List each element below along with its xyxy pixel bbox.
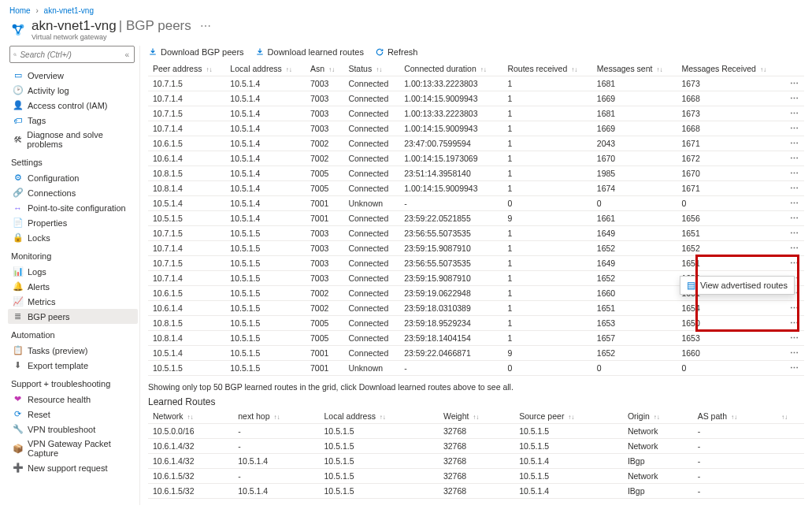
column-header[interactable]: AS path ↑↓ [693, 409, 775, 424]
table-row[interactable]: 10.5.1.410.5.1.47001Unknown-000⋯ [148, 196, 804, 211]
row-more-button[interactable]: ⋯ [783, 166, 804, 181]
table-row[interactable]: 10.7.1.510.5.1.57003Connected23:56:55.50… [148, 226, 804, 241]
column-header[interactable]: Status ↑↓ [343, 61, 399, 76]
table-cell: Unknown [343, 196, 399, 211]
column-header[interactable]: Routes received ↑↓ [502, 61, 591, 76]
column-header[interactable]: Peer address ↑↓ [148, 61, 225, 76]
sidebar-item-locks[interactable]: 🔒Locks [8, 230, 138, 245]
sidebar-item-overview[interactable]: ▭Overview [8, 68, 138, 83]
sidebar-item-logs[interactable]: 📊Logs [8, 264, 138, 279]
table-cell: 10.5.1.4 [225, 166, 306, 181]
table-row[interactable]: 10.8.1.510.5.1.57005Connected23:59:18.95… [148, 316, 804, 331]
row-more-button[interactable]: ⋯ [783, 316, 804, 331]
column-header[interactable]: Weight ↑↓ [439, 409, 514, 424]
table-row[interactable]: 10.7.1.510.5.1.47003Connected1.00:13:33.… [148, 106, 804, 121]
column-header[interactable]: Messages Received ↑↓ [677, 61, 783, 76]
sidebar-item-tags[interactable]: 🏷Tags [8, 113, 138, 128]
table-row[interactable]: 10.5.1.410.5.1.57001Connected23:59:22.04… [148, 346, 804, 361]
row-more-button[interactable]: ⋯ [783, 136, 804, 151]
view-advertised-routes-item[interactable]: View advertised routes [700, 281, 788, 290]
table-row[interactable]: 10.5.1.510.5.1.57001Unknown-000⋯ [148, 361, 804, 376]
sidebar-item-vpn-troubleshoot[interactable]: 🔧VPN troubleshoot [8, 422, 138, 437]
table-row[interactable]: 10.7.1.410.5.1.57003Connected23:59:15.90… [148, 241, 804, 256]
sidebar-item-reset[interactable]: ⟳Reset [8, 407, 138, 422]
sidebar-item-configuration[interactable]: ⚙Configuration [8, 170, 138, 185]
row-more-button[interactable]: ⋯ [783, 301, 804, 316]
sidebar-item-export-template[interactable]: ⬇Export template [8, 358, 138, 373]
sidebar-item-activity-log[interactable]: 🕑Activity log [8, 83, 138, 98]
table-row[interactable]: 10.6.1.410.5.1.57002Connected23:59:18.03… [148, 301, 804, 316]
table-row[interactable]: 10.7.1.410.5.1.47003Connected1.00:14:15.… [148, 91, 804, 106]
overview-icon: ▭ [13, 70, 23, 80]
row-more-button[interactable]: ⋯ [783, 91, 804, 106]
sidebar-item-vpn-gateway-packet-capture[interactable]: 📦VPN Gateway Packet Capture [8, 437, 138, 460]
table-row[interactable]: 10.7.1.510.5.1.47003Connected1.00:13:33.… [148, 76, 804, 91]
column-header[interactable]: Local address ↑↓ [225, 61, 306, 76]
column-header[interactable]: Local address ↑↓ [320, 409, 439, 424]
table-cell: 10.5.1.4 [148, 346, 225, 361]
row-context-menu[interactable]: ▤ View advertised routes [680, 276, 795, 295]
column-header[interactable]: Origin ↑↓ [623, 409, 693, 424]
column-header[interactable]: Asn ↑↓ [306, 61, 343, 76]
table-cell: 1681 [592, 106, 677, 121]
row-more-button[interactable]: ⋯ [783, 151, 804, 166]
column-header[interactable]: Messages sent ↑↓ [592, 61, 677, 76]
table-row[interactable]: 10.6.1.4/32-10.5.1.53276810.5.1.5Network… [148, 439, 804, 454]
table-row[interactable]: 10.6.1.4/3210.5.1.410.5.1.53276810.5.1.4… [148, 454, 804, 469]
download-bgp-peers-button[interactable]: Download BGP peers [148, 47, 244, 57]
row-more-button[interactable]: ⋯ [783, 211, 804, 226]
table-row[interactable]: 10.8.1.410.5.1.57005Connected23:59:18.14… [148, 331, 804, 346]
breadcrumb-page[interactable]: akn-vnet1-vng [44, 6, 94, 15]
table-row[interactable]: 10.6.1.510.5.1.47002Connected23:47:00.75… [148, 136, 804, 151]
row-more-button[interactable]: ⋯ [783, 106, 804, 121]
sidebar-item-metrics[interactable]: 📈Metrics [8, 294, 138, 309]
table-row[interactable]: 10.7.1.410.5.1.47003Connected1.00:14:15.… [148, 121, 804, 136]
row-more-button[interactable]: ⋯ [783, 76, 804, 91]
table-row[interactable]: 10.7.1.510.5.1.57003Connected23:56:55.50… [148, 256, 804, 271]
sidebar-item-tasks-preview-[interactable]: 📋Tasks (preview) [8, 343, 138, 358]
table-cell: 10.5.1.5 [514, 424, 623, 439]
sidebar-item-access-control-iam-[interactable]: 👤Access control (IAM) [8, 98, 138, 113]
column-header[interactable]: Connected duration ↑↓ [399, 61, 502, 76]
table-cell: 10.5.1.4 [225, 211, 306, 226]
breadcrumb[interactable]: Home › akn-vnet1-vng [8, 5, 804, 18]
blade-more-button[interactable]: ⋯ [194, 20, 217, 32]
sidebar-item-alerts[interactable]: 🔔Alerts [8, 279, 138, 294]
row-more-button[interactable]: ⋯ [783, 256, 804, 271]
breadcrumb-home[interactable]: Home [9, 6, 31, 15]
table-row[interactable]: 10.8.1.410.5.1.47005Connected1.00:14:15.… [148, 181, 804, 196]
table-row[interactable]: 10.6.1.5/32-10.5.1.53276810.5.1.5Network… [148, 469, 804, 484]
column-header[interactable]: next hop ↑↓ [233, 409, 319, 424]
row-more-button[interactable]: ⋯ [783, 346, 804, 361]
sidebar-item-connections[interactable]: 🔗Connections [8, 185, 138, 200]
table-row[interactable]: 10.8.1.510.5.1.47005Connected23:51:14.39… [148, 166, 804, 181]
column-header[interactable]: ↑↓ [775, 409, 804, 424]
row-more-button[interactable]: ⋯ [783, 121, 804, 136]
row-more-button[interactable]: ⋯ [783, 196, 804, 211]
row-more-button[interactable]: ⋯ [783, 361, 804, 376]
row-more-button[interactable]: ⋯ [783, 241, 804, 256]
sidebar-item-bgp-peers[interactable]: ≣BGP peers [8, 309, 138, 324]
column-header[interactable]: Network ↑↓ [148, 409, 233, 424]
row-more-button[interactable]: ⋯ [783, 331, 804, 346]
sidebar-item-diagnose-and-solve-problems[interactable]: 🛠Diagnose and solve problems [8, 128, 138, 151]
sidebar-item-resource-health[interactable]: ❤Resource health [8, 392, 138, 407]
sidebar-item-properties[interactable]: 📄Properties [8, 215, 138, 230]
table-row[interactable]: 10.6.1.410.5.1.47002Connected1.00:14:15.… [148, 151, 804, 166]
refresh-button[interactable]: Refresh [375, 47, 418, 57]
search-input-wrap[interactable]: « [9, 46, 135, 63]
row-more-button[interactable]: ⋯ [783, 181, 804, 196]
table-row[interactable]: 10.6.1.5/3210.5.1.410.5.1.53276810.5.1.4… [148, 484, 804, 499]
sidebar-item-new-support-request[interactable]: ➕New support request [8, 460, 138, 475]
column-header[interactable]: Source peer ↑↓ [514, 409, 623, 424]
download-learned-routes-button[interactable]: Download learned routes [255, 47, 364, 57]
row-more-button[interactable]: ⋯ [783, 226, 804, 241]
sort-icon: ↑↓ [729, 414, 737, 421]
sidebar-item-point-to-site-configuration[interactable]: ↔Point-to-site configuration [8, 200, 138, 215]
table-row[interactable]: 10.5.1.510.5.1.47001Connected23:59:22.05… [148, 211, 804, 226]
table-row[interactable]: 10.5.0.0/16-10.5.1.53276810.5.1.5Network… [148, 424, 804, 439]
sidebar-collapse-button[interactable]: « [123, 50, 131, 59]
table-cell: 10.5.1.5 [225, 346, 306, 361]
search-input[interactable] [17, 50, 123, 59]
table-cell: 10.6.1.4 [148, 301, 225, 316]
